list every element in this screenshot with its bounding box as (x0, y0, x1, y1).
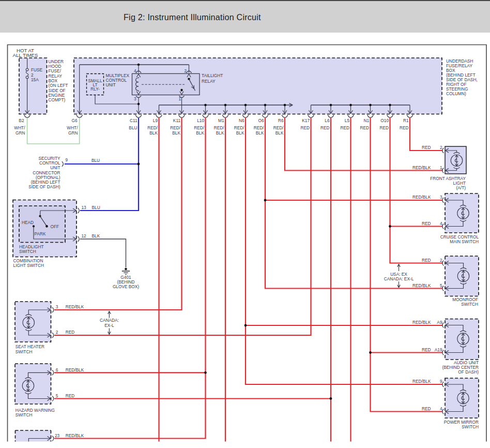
svg-text:SEAT HEATER: SEAT HEATER (16, 344, 44, 349)
svg-text:BLK: BLK (236, 130, 244, 136)
svg-text:RED/BLK: RED/BLK (412, 283, 431, 288)
svg-text:BLK: BLK (275, 130, 284, 136)
svg-text:O10: O10 (380, 118, 389, 123)
svg-text:HEAD: HEAD (22, 220, 34, 225)
svg-text:EX-L: EX-L (104, 323, 114, 328)
svg-text:N6: N6 (239, 118, 244, 123)
svg-text:C11: C11 (130, 118, 137, 123)
svg-text:RED: RED (340, 125, 349, 130)
svg-text:PARK: PARK (35, 231, 46, 236)
svg-text:BLU: BLU (91, 158, 100, 163)
svg-text:RED: RED (422, 221, 431, 226)
svg-text:RED: RED (422, 347, 431, 352)
svg-text:L10: L10 (197, 118, 204, 123)
svg-text:9: 9 (66, 157, 68, 162)
svg-text:23: 23 (55, 433, 60, 438)
svg-text:K17: K17 (302, 118, 310, 123)
svg-text:A9: A9 (437, 320, 442, 325)
svg-text:2: 2 (440, 145, 442, 150)
svg-text:A19: A19 (435, 347, 442, 352)
svg-text:RED: RED (66, 393, 75, 398)
svg-text:15A: 15A (31, 77, 39, 82)
svg-text:1: 1 (178, 96, 181, 101)
svg-text:TAILLIGHT: TAILLIGHT (202, 73, 223, 78)
svg-text:BLK: BLK (256, 130, 264, 136)
svg-text:3: 3 (440, 195, 442, 200)
svg-text:RED: RED (300, 125, 310, 130)
svg-text:OF DASH): OF DASH) (458, 369, 479, 375)
svg-text:1: 1 (440, 165, 442, 170)
svg-text:BLU: BLU (92, 205, 100, 210)
svg-text:B2: B2 (19, 118, 24, 123)
svg-text:RED: RED (66, 330, 75, 335)
svg-text:M1: M1 (218, 118, 224, 123)
svg-text:L5: L5 (345, 118, 350, 123)
svg-text:OFF: OFF (51, 224, 59, 229)
svg-text:L6: L6 (325, 118, 330, 123)
svg-text:2: 2 (184, 68, 187, 73)
svg-text:G6: G6 (71, 118, 77, 123)
svg-text:LIGHT SWITCH: LIGHT SWITCH (13, 263, 44, 268)
svg-text:N1: N1 (363, 118, 369, 123)
svg-text:UNIT: UNIT (106, 82, 116, 87)
svg-text:SWITCH: SWITCH (16, 349, 33, 354)
svg-text:RED/BLK: RED/BLK (66, 367, 84, 372)
svg-text:HAZARD WARNING: HAZARD WARNING (16, 408, 55, 413)
svg-text:12: 12 (82, 233, 87, 238)
svg-text:4: 4 (440, 406, 442, 411)
svg-text:RED: RED (422, 258, 431, 263)
svg-text:RED/BLK: RED/BLK (66, 304, 84, 309)
svg-text:R1: R1 (403, 118, 409, 123)
svg-text:BLK: BLK (216, 130, 224, 136)
svg-text:3: 3 (134, 96, 136, 101)
svg-text:GRN: GRN (68, 130, 78, 136)
svg-text:BLK: BLK (196, 130, 204, 136)
svg-text:(A/T): (A/T) (456, 185, 466, 190)
svg-text:SWITCH: SWITCH (16, 412, 33, 417)
svg-text:RED/BLK: RED/BLK (412, 379, 431, 384)
svg-text:BLU: BLU (129, 125, 137, 130)
svg-text:3: 3 (56, 304, 58, 309)
svg-text:2: 2 (56, 330, 58, 335)
svg-text:BLK: BLK (149, 130, 158, 136)
svg-text:RED/BLK: RED/BLK (412, 195, 431, 200)
svg-text:RED: RED (360, 125, 369, 130)
svg-text:13: 13 (82, 205, 87, 210)
svg-text:SWITCH: SWITCH (19, 249, 36, 254)
svg-text:RED/BLK: RED/BLK (412, 165, 431, 170)
svg-text:RED: RED (320, 125, 330, 130)
svg-text:9: 9 (440, 379, 442, 384)
svg-text:SWITCH: SWITCH (462, 424, 479, 429)
svg-text:6: 6 (56, 367, 58, 372)
svg-text:CANADA: EX-L: CANADA: EX-L (384, 276, 414, 281)
svg-text:GRN: GRN (16, 130, 25, 136)
svg-text:COMPT): COMPT) (49, 97, 66, 102)
svg-text:RED: RED (400, 125, 409, 130)
svg-text:GLOVE BOX): GLOVE BOX) (113, 284, 139, 289)
svg-text:5: 5 (440, 283, 442, 288)
svg-text:MAIN SWITCH: MAIN SWITCH (450, 239, 479, 244)
svg-text:RED/BLK: RED/BLK (66, 433, 84, 438)
svg-text:RLY-: RLY- (90, 86, 100, 92)
svg-text:RELAY: RELAY (202, 79, 216, 84)
svg-text:4: 4 (440, 221, 442, 226)
svg-text:SWITCH: SWITCH (461, 302, 478, 307)
svg-text:O6: O6 (258, 118, 264, 123)
svg-text:L9: L9 (153, 118, 158, 123)
svg-text:RED: RED (422, 406, 431, 411)
svg-text:R6: R6 (278, 118, 284, 123)
svg-text:5: 5 (56, 393, 58, 398)
svg-text:K11: K11 (173, 118, 181, 123)
svg-text:4: 4 (134, 68, 136, 73)
svg-text:BLK: BLK (172, 130, 180, 136)
svg-text:2: 2 (440, 258, 442, 263)
svg-text:RED/BLK: RED/BLK (412, 320, 431, 325)
svg-text:ALL TIMES: ALL TIMES (13, 52, 39, 58)
svg-text:COLUMN): COLUMN) (446, 91, 466, 96)
svg-text:RED: RED (422, 145, 431, 150)
svg-text:SIDE OF DASH): SIDE OF DASH) (28, 184, 60, 189)
svg-text:BLK: BLK (92, 233, 100, 238)
svg-text:RED: RED (379, 125, 389, 130)
